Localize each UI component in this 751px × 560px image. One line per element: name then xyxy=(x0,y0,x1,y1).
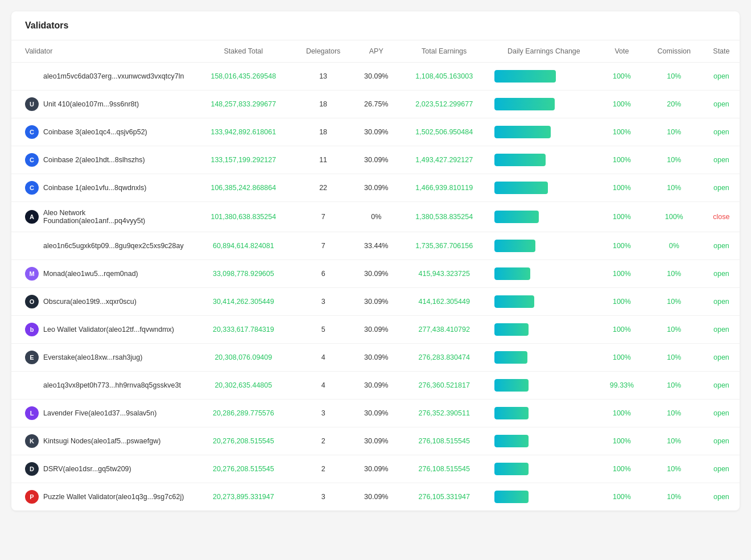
total-earnings: 276,108.515545 xyxy=(399,455,489,483)
total-earnings: 414,162.305449 xyxy=(399,288,489,316)
validator-cell[interactable]: D DSRV(aleo1dsr...gq5tw209) xyxy=(11,455,193,483)
commission: 10% xyxy=(645,174,703,202)
vote: 100% xyxy=(599,146,645,174)
state-badge: open xyxy=(703,118,740,146)
delegators: 4 xyxy=(294,372,353,400)
staked-total: 60,894,614.824081 xyxy=(193,232,294,260)
apy: 30.09% xyxy=(353,118,399,146)
table-row: C Coinbase 1(aleo1vfu...8qwdnxls) 106,38… xyxy=(11,174,740,202)
state-badge: open xyxy=(703,232,740,260)
total-earnings: 277,438.410792 xyxy=(399,316,489,344)
staked-total: 133,942,892.618061 xyxy=(193,118,294,146)
commission: 10% xyxy=(645,344,703,372)
validator-cell[interactable]: E Everstake(aleo18xw...rsah3jug) xyxy=(11,344,193,372)
delegators: 7 xyxy=(294,202,353,232)
col-delegators: Delegators xyxy=(294,40,353,63)
state-badge: open xyxy=(703,90,740,118)
validator-cell[interactable]: O Obscura(aleo19t9...xqxr0scu) xyxy=(11,288,193,316)
delegators: 22 xyxy=(294,174,353,202)
commission: 10% xyxy=(645,483,703,511)
daily-earnings-change xyxy=(489,344,599,372)
staked-total: 158,016,435.269548 xyxy=(193,63,294,90)
table-row: K Kintsugi Nodes(aleo1af5...pswaefgw) 20… xyxy=(11,427,740,455)
col-daily-earnings-change: Daily Earnings Change xyxy=(489,40,599,63)
staked-total: 33,098,778.929605 xyxy=(193,260,294,288)
apy: 30.09% xyxy=(353,63,399,90)
table-row: U Unit 410(aleo107m...9ss6nr8t) 148,257,… xyxy=(11,90,740,118)
validator-cell[interactable]: b Leo Wallet Validator(aleo12tf...fqvwnd… xyxy=(11,316,193,344)
staked-total: 20,276,208.515545 xyxy=(193,427,294,455)
validator-cell[interactable]: C Coinbase 3(aleo1qc4...qsjv6p52) xyxy=(11,118,193,146)
state-badge: open xyxy=(703,288,740,316)
table-row: P Puzzle Wallet Validator(aleo1q3g...9sg… xyxy=(11,483,740,511)
validator-cell[interactable]: K Kintsugi Nodes(aleo1af5...pswaefgw) xyxy=(11,427,193,455)
col-validator: Validator xyxy=(11,40,193,63)
apy: 30.09% xyxy=(353,260,399,288)
delegators: 4 xyxy=(294,344,353,372)
table-row: aleo1m5vc6da037erg...vxunwcwd3vxqtcy7ln … xyxy=(11,63,740,90)
vote: 100% xyxy=(599,90,645,118)
validator-name: aleo1n6c5ugxk6tp09...8gu9qex2c5xs9c28ay xyxy=(43,242,184,250)
state-badge: open xyxy=(703,455,740,483)
validator-name: Coinbase 3(aleo1qc4...qsjv6p52) xyxy=(43,128,147,136)
daily-earnings-change xyxy=(489,455,599,483)
table-row: E Everstake(aleo18xw...rsah3jug) 20,308,… xyxy=(11,344,740,372)
table-row: O Obscura(aleo19t9...xqxr0scu) 30,414,26… xyxy=(11,288,740,316)
daily-earnings-change xyxy=(489,372,599,400)
daily-earnings-change xyxy=(489,174,599,202)
validator-cell[interactable]: L Lavender Five(aleo1d37...9salav5n) xyxy=(11,400,193,427)
apy: 30.09% xyxy=(353,146,399,174)
vote: 100% xyxy=(599,483,645,511)
state-badge: close xyxy=(703,202,740,232)
state-badge: open xyxy=(703,146,740,174)
commission: 10% xyxy=(645,455,703,483)
state-badge: open xyxy=(703,427,740,455)
validator-cell[interactable]: aleo1q3vx8pet0h773...hh9rnva8q5gsskve3t xyxy=(11,372,193,400)
validator-cell[interactable]: M Monad(aleo1wu5...rqem0nad) xyxy=(11,260,193,288)
daily-earnings-change xyxy=(489,260,599,288)
commission: 10% xyxy=(645,427,703,455)
card-header: Validators xyxy=(11,11,740,40)
daily-earnings-change xyxy=(489,232,599,260)
total-earnings: 1,502,506.950484 xyxy=(399,118,489,146)
vote: 100% xyxy=(599,232,645,260)
validators-table: Validator Staked Total Delegators APY To… xyxy=(11,40,740,510)
table-row: A Aleo Network Foundation(aleo1anf...pq4… xyxy=(11,202,740,232)
table-row: M Monad(aleo1wu5...rqem0nad) 33,098,778.… xyxy=(11,260,740,288)
validator-cell[interactable]: U Unit 410(aleo107m...9ss6nr8t) xyxy=(11,90,193,118)
vote: 100% xyxy=(599,288,645,316)
validator-cell[interactable]: C Coinbase 1(aleo1vfu...8qwdnxls) xyxy=(11,174,193,202)
validator-cell[interactable]: P Puzzle Wallet Validator(aleo1q3g...9sg… xyxy=(11,483,193,511)
commission: 10% xyxy=(645,260,703,288)
delegators: 13 xyxy=(294,63,353,90)
commission: 10% xyxy=(645,118,703,146)
validator-cell[interactable]: A Aleo Network Foundation(aleo1anf...pq4… xyxy=(11,202,193,232)
delegators: 3 xyxy=(294,483,353,511)
apy: 30.09% xyxy=(353,427,399,455)
table-row: D DSRV(aleo1dsr...gq5tw209) 20,276,208.5… xyxy=(11,455,740,483)
validator-cell[interactable]: C Coinbase 2(aleo1hdt...8slhszhs) xyxy=(11,146,193,174)
validator-name: Lavender Five(aleo1d37...9salav5n) xyxy=(43,409,156,417)
staked-total: 101,380,638.835254 xyxy=(193,202,294,232)
col-state: State xyxy=(703,40,740,63)
commission: 100% xyxy=(645,202,703,232)
validator-cell[interactable]: aleo1n6c5ugxk6tp09...8gu9qex2c5xs9c28ay xyxy=(11,232,193,260)
table-row: aleo1q3vx8pet0h773...hh9rnva8q5gsskve3t … xyxy=(11,372,740,400)
apy: 30.09% xyxy=(353,344,399,372)
total-earnings: 1,735,367.706156 xyxy=(399,232,489,260)
validator-name: DSRV(aleo1dsr...gq5tw209) xyxy=(43,465,131,473)
vote: 100% xyxy=(599,63,645,90)
state-badge: open xyxy=(703,400,740,427)
commission: 10% xyxy=(645,372,703,400)
validator-cell[interactable]: aleo1m5vc6da037erg...vxunwcwd3vxqtcy7ln xyxy=(11,63,193,90)
apy: 33.44% xyxy=(353,232,399,260)
validator-name: Obscura(aleo19t9...xqxr0scu) xyxy=(43,298,137,306)
daily-earnings-change xyxy=(489,316,599,344)
staked-total: 133,157,199.292127 xyxy=(193,146,294,174)
apy: 30.09% xyxy=(353,455,399,483)
vote: 100% xyxy=(599,400,645,427)
total-earnings: 1,466,939.810119 xyxy=(399,174,489,202)
validator-name: Unit 410(aleo107m...9ss6nr8t) xyxy=(43,100,139,108)
state-badge: open xyxy=(703,344,740,372)
table-row: C Coinbase 2(aleo1hdt...8slhszhs) 133,15… xyxy=(11,146,740,174)
